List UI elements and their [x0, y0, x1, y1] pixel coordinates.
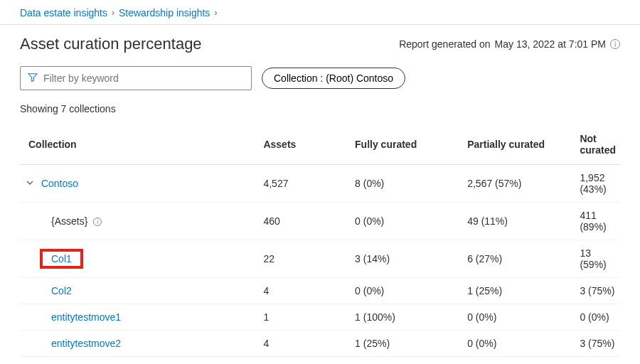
- assets-label: {Assets}: [51, 215, 87, 227]
- table-row: entitytestmove1 1 1 (100%) 0 (0%) 0 (0%): [20, 304, 620, 331]
- breadcrumb: Data estate insights › Stewardship insig…: [20, 0, 620, 24]
- result-count: Showing 7 collections: [20, 103, 620, 114]
- report-generated-prefix: Report generated on: [399, 38, 490, 50]
- collection-link-col2[interactable]: Col2: [51, 285, 72, 296]
- chevron-right-icon: ›: [112, 8, 114, 18]
- cell-not: 3 (75%): [575, 278, 620, 304]
- cell-assets: 1: [259, 304, 351, 331]
- info-icon[interactable]: i: [93, 218, 102, 226]
- cell-partial: 2,567 (57%): [463, 165, 575, 203]
- chevron-down-icon[interactable]: [26, 178, 36, 187]
- filter-icon: [28, 73, 38, 85]
- collection-link-entitytestmove1[interactable]: entitytestmove1: [51, 311, 121, 323]
- cell-not: 0 (0%): [575, 304, 620, 331]
- report-generated-date: May 13, 2022 at 7:01 PM: [495, 38, 606, 50]
- th-partially-curated[interactable]: Partially curated: [463, 124, 575, 165]
- report-generated: Report generated on May 13, 2022 at 7:01…: [399, 38, 620, 50]
- breadcrumb-l2[interactable]: Stewardship insights: [119, 7, 210, 18]
- filter-keyword-input[interactable]: [43, 73, 244, 84]
- cell-assets: 4,527: [259, 165, 351, 203]
- collection-link-col1[interactable]: Col1: [51, 253, 72, 264]
- table-row: {Assets} i 460 0 (0%) 49 (11%) 411 (89%): [20, 203, 620, 240]
- th-fully-curated[interactable]: Fully curated: [351, 124, 463, 165]
- table-row: MasterCollection 4,036 3 (0%) 2,511 (62%…: [20, 357, 620, 365]
- cell-fully: 0 (0%): [351, 203, 463, 240]
- cell-assets: 4: [259, 278, 351, 304]
- table-row: Contoso 4,527 8 (0%) 2,567 (57%) 1,952 (…: [20, 165, 620, 203]
- cell-fully: 1 (100%): [351, 304, 463, 331]
- info-icon[interactable]: i: [610, 39, 620, 49]
- cell-fully: 1 (25%): [351, 331, 463, 357]
- breadcrumb-l1[interactable]: Data estate insights: [20, 7, 107, 18]
- table-row: entitytestmove2 4 1 (25%) 0 (0%) 3 (75%): [20, 331, 620, 357]
- cell-assets: 4: [259, 331, 351, 357]
- cell-partial: 0 (0%): [463, 331, 575, 357]
- cell-fully: 3 (14%): [351, 240, 463, 278]
- collection-link-contoso[interactable]: Contoso: [41, 178, 78, 189]
- cell-fully: 3 (0%): [351, 357, 463, 365]
- table-row: Col2 4 0 (0%) 1 (25%) 3 (75%): [20, 278, 620, 304]
- cell-partial: 0 (0%): [463, 304, 575, 331]
- collection-link-entitytestmove2[interactable]: entitytestmove2: [51, 338, 121, 349]
- cell-assets: 460: [259, 203, 351, 240]
- cell-assets: 22: [259, 240, 351, 278]
- cell-not: 411 (89%): [575, 203, 620, 240]
- cell-not: 13 (59%): [575, 240, 620, 278]
- cell-not: 1,952 (43%): [575, 165, 620, 203]
- page-title: Asset curation percentage: [20, 35, 202, 53]
- cell-fully: 8 (0%): [351, 165, 463, 203]
- filter-keyword-box[interactable]: [20, 66, 252, 90]
- cell-not: 3 (75%): [575, 331, 620, 357]
- th-assets[interactable]: Assets: [259, 124, 351, 165]
- th-collection[interactable]: Collection: [20, 124, 259, 165]
- th-not-curated[interactable]: Not curated: [575, 124, 620, 165]
- collection-filter-pill[interactable]: Collection : (Root) Contoso: [262, 68, 405, 89]
- cell-fully: 0 (0%): [351, 278, 463, 304]
- highlight-annotation: Col1: [40, 249, 83, 269]
- cell-assets: 4,036: [259, 357, 351, 365]
- cell-partial: 49 (11%): [463, 203, 575, 240]
- cell-partial: 1 (25%): [463, 278, 575, 304]
- cell-partial: 2,511 (62%): [463, 357, 575, 365]
- cell-not: 1,522 (38%): [575, 357, 620, 365]
- chevron-right-icon: ›: [214, 8, 217, 18]
- cell-partial: 6 (27%): [463, 240, 575, 278]
- table-row: Col1 22 3 (14%) 6 (27%) 13 (59%): [20, 240, 620, 278]
- collections-table: Collection Assets Fully curated Partiall…: [20, 124, 620, 364]
